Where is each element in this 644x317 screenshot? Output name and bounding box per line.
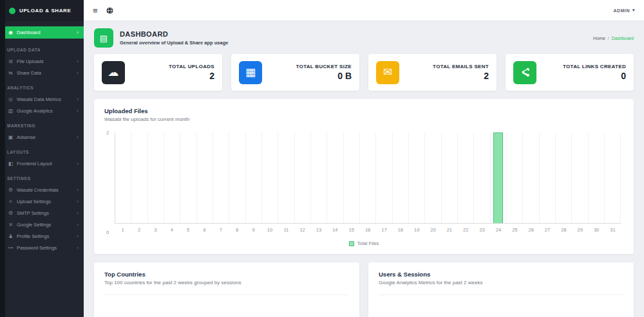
chart-column-6 (197, 132, 213, 223)
page-header: ▤ DASHBOARD General overview of Upload &… (94, 28, 634, 48)
sidebar-item-dashboard[interactable]: ◉Dashboard› (5, 26, 84, 39)
x-tick-label: 8 (229, 227, 245, 233)
y-tick-label: 0 (106, 230, 109, 235)
chart-column-18 (393, 132, 409, 223)
chevron-right-icon: › (77, 222, 79, 228)
chart-column-24 (491, 132, 507, 223)
chart-column-15 (344, 132, 360, 223)
sidebar-item-file-uploads[interactable]: ⊞File Uploads› (5, 55, 84, 67)
breadcrumb-home-link[interactable]: Home (593, 36, 605, 41)
admin-dropdown[interactable]: ADMIN ▾ (614, 8, 635, 13)
sidebar-item-profile-settings[interactable]: ♟Profile Settings› (5, 230, 84, 242)
sidebar-item-upload-settings[interactable]: ≡Upload Settings› (5, 195, 84, 207)
sidebar-item-label: Upload Settings (17, 199, 51, 204)
chevron-down-icon: ▾ (632, 8, 635, 13)
dashboard-layers-icon: ▤ (94, 28, 113, 48)
chart-column-30 (589, 132, 605, 223)
sidebar-item-google-analytics[interactable]: ▥Google Analytics› (5, 105, 84, 116)
x-tick-label: 14 (327, 227, 343, 233)
stats-row: ☁↑TOTAL UPLOADS2▦TOTAL BUCKET SIZE0 B✉TO… (94, 54, 634, 91)
uploaded-files-card: Uploaded Files Wasabi file uploads for c… (94, 99, 634, 254)
chevron-right-icon: › (77, 59, 79, 64)
layout-icon: ◧ (8, 161, 14, 167)
x-tick-label: 5 (180, 227, 196, 233)
stat-value: 2 (169, 71, 214, 81)
legend-item-total-files[interactable]: Total Files (104, 240, 623, 246)
sidebar-item-label: Dashboard (17, 30, 41, 35)
chevron-right-icon: › (77, 108, 79, 114)
bottom-row: Top Countries Top 100 countries for the … (94, 262, 634, 317)
chevron-right-icon: › (77, 210, 79, 216)
chart-column-19 (409, 132, 425, 223)
sidebar-item-password-settings[interactable]: ⊶Password Settings› (5, 242, 84, 253)
chart-column-28 (556, 132, 572, 223)
x-tick-label: 27 (539, 227, 555, 233)
sidebar-item-label: Frontend Layout (17, 161, 52, 167)
admin-label: ADMIN (614, 8, 630, 13)
chart-column-31 (605, 132, 621, 223)
breadcrumb-current: Dashboard (612, 36, 634, 41)
chart-column-12 (295, 132, 311, 223)
stat-label: TOTAL LINKS CREATED (563, 64, 626, 69)
email-icon: ✉ (383, 67, 392, 78)
sidebar-item-frontend-layout[interactable]: ◧Frontend Layout› (5, 158, 84, 169)
stat-text: TOTAL EMAILS SENT2 (433, 64, 489, 81)
x-tick-label: 17 (376, 227, 392, 233)
stat-card-total-emails-sent: ✉TOTAL EMAILS SENT2 (368, 54, 497, 91)
chart-column-1 (115, 132, 131, 223)
divider (379, 294, 623, 295)
chevron-right-icon: › (77, 233, 79, 239)
bar-day-24 (493, 132, 504, 223)
sidebar-item-label: File Uploads (17, 59, 44, 64)
x-tick-label: 18 (392, 227, 408, 233)
brand-logo-icon (9, 8, 15, 14)
language-globe-icon[interactable] (106, 7, 113, 14)
chart-column-11 (278, 132, 294, 223)
sidebar-item-label: Google Analytics (17, 108, 53, 114)
legend-label: Total Files (357, 240, 379, 246)
stat-card-total-links-created: TOTAL LINKS CREATED0 (506, 54, 634, 91)
sidebar-item-google-settings[interactable]: ✕Google Settings› (5, 219, 84, 230)
chart-column-26 (523, 132, 539, 223)
sidebar-section-label: MARKETING (5, 116, 84, 131)
x-tick-label: 3 (147, 227, 164, 233)
sidebar-item-label: Share Data (17, 70, 41, 76)
x-tick-label: 23 (474, 227, 490, 233)
chevron-right-icon: › (77, 245, 79, 251)
tools-icon: ✕ (8, 222, 14, 228)
topbar: ≡ ADMIN ▾ (84, 0, 644, 21)
x-tick-label: 19 (408, 227, 424, 233)
main-content: ▤ DASHBOARD General overview of Upload &… (84, 22, 644, 317)
brand[interactable]: UPLOAD & SHARE (5, 0, 84, 21)
chevron-right-icon: › (77, 96, 79, 102)
stat-label: TOTAL UPLOADS (169, 64, 214, 69)
hamburger-menu-icon[interactable]: ≡ (93, 6, 98, 15)
page-subtitle: General overview of Upload & Share app u… (120, 40, 228, 46)
x-tick-label: 7 (213, 227, 229, 233)
chart-column-29 (572, 132, 588, 223)
chart-column-7 (213, 132, 229, 223)
storage-grid-icon: ▦ (245, 67, 256, 78)
x-tick-label: 1 (115, 227, 131, 233)
storage-grid-icon: ▦ (239, 61, 262, 84)
stat-card-total-uploads: ☁↑TOTAL UPLOADS2 (94, 54, 222, 91)
sidebar-item-smtp-settings[interactable]: ⚙SMTP Settings› (5, 207, 84, 219)
sidebar-item-share-data[interactable]: ⇆Share Data› (5, 67, 84, 78)
plot-area (115, 132, 621, 224)
sidebar-item-label: Wasabi Data Metrics (17, 96, 61, 102)
chart-column-4 (164, 132, 180, 223)
x-tick-label: 26 (523, 227, 539, 233)
share-icon (513, 61, 536, 84)
x-tick-label: 24 (490, 227, 506, 233)
sidebar-item-label: Profile Settings (17, 233, 49, 239)
sidebar-item-wasabi-data-metrics[interactable]: ◎Wasabi Data Metrics› (5, 93, 84, 105)
chart-column-21 (442, 132, 458, 223)
sidebar-item-adsense[interactable]: ▣Adsense› (5, 131, 84, 143)
chart-column-20 (425, 132, 441, 223)
sidebar-item-label: Wasabi Credentials (17, 187, 59, 193)
sidebar-item-wasabi-credentials[interactable]: ⚙Wasabi Credentials› (5, 184, 84, 195)
sidebar-section-label: UPLOAD DATA (5, 41, 84, 55)
sidebar-section-label: SETTINGS (5, 169, 84, 184)
breadcrumb: Home / Dashboard (593, 36, 634, 41)
sidebar-section-label: ANALYTICS (5, 78, 84, 93)
